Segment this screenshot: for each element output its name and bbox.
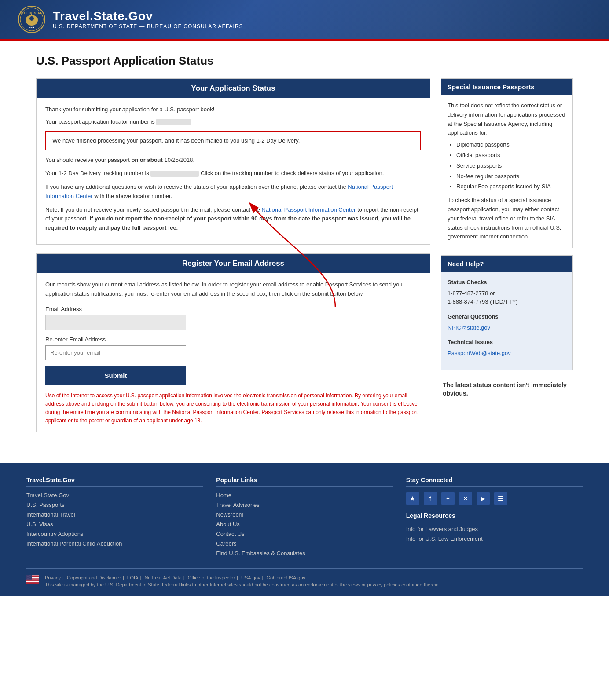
main-content: U.S. Passport Application Status Your Ap… xyxy=(18,41,591,446)
status-highlight-box: We have finished processing your passpor… xyxy=(45,131,421,150)
footer-link-passports[interactable]: U.S. Passports xyxy=(26,502,203,508)
status-box-body: Thank you for submitting your applicatio… xyxy=(37,98,430,244)
left-column: Your Application Status Thank you for su… xyxy=(36,78,430,432)
footer-link-about-us[interactable]: About Us xyxy=(216,521,393,528)
footer-privacy-link[interactable]: Privacy xyxy=(45,575,61,580)
footer-copyright-link[interactable]: Copyright and Disclaimer xyxy=(67,575,121,580)
svg-marker-4 xyxy=(30,13,33,18)
re-enter-email-label: Re-enter Email Address xyxy=(45,336,421,343)
contact-text: If you have any additional questions or … xyxy=(45,183,421,201)
note-text: Note: If you do not receive your newly i… xyxy=(45,205,421,233)
content-layout: Your Application Status Thank you for su… xyxy=(36,78,573,432)
svg-point-0 xyxy=(18,6,45,33)
footer-gobiernousa-link[interactable]: GobiernoUSA.gov xyxy=(266,575,305,580)
footer-inspector-link[interactable]: Office of the Inspector xyxy=(188,575,235,580)
site-subtitle: U.S. DEPARTMENT OF STATE — BUREAU OF CON… xyxy=(53,23,243,29)
svg-rect-18 xyxy=(26,581,39,582)
locator-number-blank xyxy=(156,119,191,125)
list-item: Official passports xyxy=(456,151,566,160)
status-intro-2: Your passport application locator number… xyxy=(45,117,421,126)
register-email-box: Register Your Email Address Our records … xyxy=(36,253,430,432)
svg-marker-6 xyxy=(32,18,38,22)
footer-link-careers[interactable]: Careers xyxy=(216,540,393,547)
site-name: Travel.State.Gov xyxy=(53,9,243,23)
technical-issues-section: Technical Issues PassportWeb@state.gov xyxy=(448,338,566,357)
passport-web-email-link[interactable]: PassportWeb@state.gov xyxy=(448,350,511,356)
need-help-box: Need Help? Status Checks 1-877-487-2778 … xyxy=(441,255,573,370)
svg-text:★★★: ★★★ xyxy=(29,26,35,29)
npic-email-link[interactable]: NPIC@state.gov xyxy=(448,324,490,331)
page-title: U.S. Passport Application Status xyxy=(36,54,573,68)
us-flag-icon: ★★★★★ ★★★★ ★★★★★ ★★★★ xyxy=(26,575,39,584)
footer-link-contact-us[interactable]: Contact Us xyxy=(216,531,393,537)
submit-button[interactable]: Submit xyxy=(45,366,186,385)
special-issuance-box: Special Issuance Passports This tool doe… xyxy=(441,78,573,248)
on-or-about-text: You should receive your passport on or a… xyxy=(45,156,421,165)
email-label: Email Address xyxy=(45,306,421,312)
list-item: Diplomatic passports xyxy=(456,140,566,150)
special-issuance-header: Special Issuance Passports xyxy=(441,79,572,95)
special-issuance-body: This tool does not reflect the correct s… xyxy=(441,95,572,248)
svg-text:DEPT OF STATE: DEPT OF STATE xyxy=(20,11,44,15)
tracking-number-blank xyxy=(150,171,199,177)
footer-usa-link[interactable]: USA.gov xyxy=(241,575,260,580)
svg-point-3 xyxy=(26,15,38,26)
social-icon-rss[interactable]: ☰ xyxy=(494,492,507,505)
general-questions-section: General Questions NPIC@state.gov xyxy=(448,312,566,332)
status-intro-1: Thank you for submitting your applicatio… xyxy=(45,105,421,114)
footer-col-3: Stay Connected ★ f ✦ ✕ ▶ ☰ Legal Resourc… xyxy=(406,476,583,560)
social-icon-twitter[interactable]: ✕ xyxy=(459,492,472,505)
footer-col-1: Travel.State.Gov Travel.State.Gov U.S. P… xyxy=(26,476,203,560)
npic-link-2[interactable]: National Passport Information Center xyxy=(261,206,356,213)
footer-link-visas[interactable]: U.S. Visas xyxy=(26,521,203,528)
svg-rect-19 xyxy=(26,581,39,582)
social-icon-star[interactable]: ★ xyxy=(406,492,419,505)
footer-link-newsroom[interactable]: Newsroom xyxy=(216,511,393,518)
svg-rect-17 xyxy=(26,580,39,581)
svg-point-7 xyxy=(29,16,34,21)
annotation-text: The latest status content isn't immediat… xyxy=(441,381,573,398)
footer-link-law-enforcement[interactable]: Info for U.S. Law Enforcement xyxy=(406,535,583,542)
footer-link-home[interactable]: Home xyxy=(216,492,393,498)
re-enter-email-input[interactable] xyxy=(45,345,186,360)
footer-col1-title: Travel.State.Gov xyxy=(26,476,203,487)
footer-link-international-travel[interactable]: International Travel xyxy=(26,511,203,518)
status-checks-phone2: 1-888-874-7793 (TDD/TTY) xyxy=(448,297,566,306)
legal-resources-title: Legal Resources xyxy=(406,512,583,522)
footer-link-travel-state-gov[interactable]: Travel.State.Gov xyxy=(26,492,203,498)
register-box-body: Our records show your current email addr… xyxy=(37,273,430,432)
footer-bottom: ★★★★★ ★★★★ ★★★★★ ★★★★ Privacy| Copyright… xyxy=(26,568,583,587)
footer-foia-link[interactable]: FOIA xyxy=(127,575,139,580)
header-title: Travel.State.Gov U.S. DEPARTMENT OF STAT… xyxy=(53,9,243,29)
footer-bottom-text: Privacy| Copyright and Disclaimer| FOIA|… xyxy=(45,575,440,587)
svg-rect-22 xyxy=(26,583,39,584)
footer-link-lawyers[interactable]: Info for Lawyers and Judges xyxy=(406,526,583,532)
technical-issues-label: Technical Issues xyxy=(448,338,566,347)
svg-marker-5 xyxy=(26,18,32,22)
email-prefilled-blank xyxy=(45,315,186,330)
footer-col3-title: Stay Connected xyxy=(406,476,583,487)
footer-link-travel-advisories[interactable]: Travel Advisories xyxy=(216,502,393,508)
svg-point-1 xyxy=(20,8,43,31)
need-help-header: Need Help? xyxy=(441,256,572,272)
social-icon-youtube[interactable]: ▶ xyxy=(477,492,490,505)
list-item: Regular Fee passports issued by SIA xyxy=(456,182,566,191)
register-intro: Our records show your current email addr… xyxy=(45,280,421,299)
status-box-header: Your Application Status xyxy=(37,79,430,98)
re-enter-email-form-group: Re-enter Email Address xyxy=(45,336,421,360)
footer-link-child-abduction[interactable]: International Parental Child Abduction xyxy=(26,540,203,547)
social-icon-facebook[interactable]: f xyxy=(424,492,437,505)
footer-bottom-sub: This site is managed by the U.S. Departm… xyxy=(45,582,440,587)
footer-link-embassies[interactable]: Find U.S. Embassies & Consulates xyxy=(216,550,393,557)
general-questions-label: General Questions xyxy=(448,312,566,322)
tracking-number-text: Your 1-2 Day Delivery tracking number is… xyxy=(45,169,421,178)
email-form-group: Email Address xyxy=(45,306,421,330)
footer-link-adoptions[interactable]: Intercountry Adoptions xyxy=(26,531,203,537)
social-icon-flickr[interactable]: ✦ xyxy=(441,492,455,505)
need-help-body: Status Checks 1-877-487-2778 or 1-888-87… xyxy=(441,272,572,370)
register-box-header: Register Your Email Address xyxy=(37,254,430,273)
footer-col2-title: Popular Links xyxy=(216,476,393,487)
footer-fearact-link[interactable]: No Fear Act Data xyxy=(144,575,181,580)
svg-rect-20 xyxy=(26,582,39,583)
status-checks-section: Status Checks 1-877-487-2778 or 1-888-87… xyxy=(448,278,566,306)
